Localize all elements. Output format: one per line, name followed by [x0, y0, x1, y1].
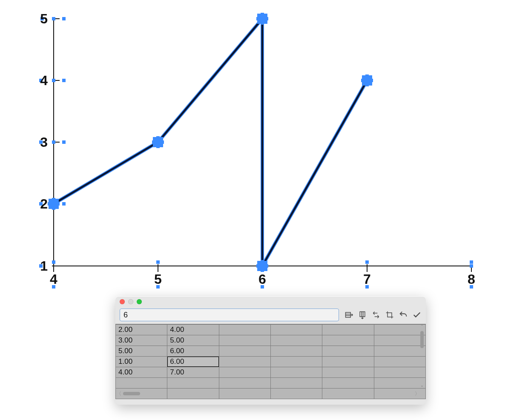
table-cell[interactable]: 7.00 [167, 367, 219, 378]
svg-rect-31 [470, 260, 473, 264]
table-cell[interactable] [374, 357, 425, 367]
confirm-icon[interactable] [412, 310, 422, 320]
table-cell[interactable] [322, 335, 374, 346]
insert-row-icon[interactable] [344, 310, 353, 320]
scroll-right-icon[interactable]: 〉 [415, 391, 420, 396]
y-tick-5[interactable]: 5 [40, 11, 48, 27]
y-tick-4[interactable]: 4 [40, 73, 48, 89]
table-cell[interactable] [270, 346, 322, 357]
window-close-button[interactable] [120, 299, 125, 304]
table-cell[interactable] [322, 367, 374, 378]
data-polyline-inner [54, 19, 367, 266]
table-cell[interactable] [270, 335, 322, 346]
table-cell[interactable] [167, 378, 219, 389]
horizontal-scrollbar[interactable]: 〈 〉 [116, 391, 420, 397]
svg-rect-14 [52, 79, 55, 82]
svg-rect-12 [62, 17, 66, 20]
table-row[interactable]: 2.004.00 [116, 325, 426, 335]
table-cell[interactable] [374, 325, 425, 335]
window-titlebar[interactable] [115, 297, 426, 307]
table-cell[interactable]: 6.00 [167, 357, 219, 367]
table-cell[interactable] [116, 378, 167, 389]
table-cell[interactable] [322, 346, 374, 357]
table-cell[interactable] [374, 378, 425, 389]
scroll-thumb-h[interactable] [123, 392, 140, 395]
table-cell[interactable] [219, 367, 270, 378]
vertical-scrollbar[interactable]: ˄ ˅ [419, 324, 425, 391]
table-cell[interactable] [219, 325, 270, 335]
svg-rect-23 [52, 260, 55, 264]
window-zoom-button[interactable] [137, 299, 142, 304]
point-6-5 [256, 13, 268, 25]
chart-canvas[interactable]: 5 4 3 2 1 4 5 6 7 8 [0, 0, 511, 298]
undo-icon[interactable] [399, 310, 408, 320]
table-cell[interactable]: 5.00 [116, 346, 167, 357]
table-cell[interactable] [270, 357, 322, 367]
table-cell[interactable]: 6.00 [167, 346, 219, 357]
svg-rect-42 [256, 17, 268, 20]
table-row[interactable]: 5.006.00 [116, 346, 426, 357]
data-grid[interactable]: 2.004.003.005.005.006.001.006.004.007.00 [115, 324, 426, 399]
table-cell[interactable]: 4.00 [167, 325, 219, 335]
table-cell[interactable] [219, 335, 270, 346]
x-tick-4[interactable]: 4 [50, 271, 57, 287]
table-cell[interactable] [219, 378, 270, 389]
y-tick-1[interactable]: 1 [40, 258, 48, 274]
formula-input[interactable] [120, 309, 339, 321]
table-cell[interactable]: 3.00 [116, 335, 167, 346]
table-cell[interactable]: 4.00 [116, 367, 167, 378]
svg-rect-11 [52, 17, 55, 20]
point-7-4 [361, 74, 373, 86]
x-tick-6[interactable]: 6 [258, 271, 266, 287]
scroll-left-icon[interactable]: 〈 [116, 391, 121, 396]
table-cell[interactable]: 1.00 [116, 357, 167, 367]
chart-svg[interactable] [0, 0, 511, 298]
crop-icon[interactable] [385, 310, 394, 320]
x-tick-7[interactable]: 7 [363, 271, 371, 287]
data-polyline[interactable] [54, 19, 367, 266]
swap-xy-icon[interactable] [371, 310, 381, 320]
point-5-3 [152, 136, 164, 148]
table-cell[interactable] [270, 325, 322, 335]
table-cell[interactable]: 2.00 [116, 325, 167, 335]
table-cell[interactable] [219, 346, 270, 357]
table-cell[interactable] [322, 325, 374, 335]
svg-rect-39 [152, 140, 164, 144]
table-cell[interactable] [270, 378, 322, 389]
scroll-up-icon[interactable]: ˄ [421, 324, 423, 329]
svg-rect-45 [256, 264, 268, 268]
svg-rect-29 [365, 260, 369, 264]
data-points[interactable] [48, 13, 373, 272]
x-tick-8[interactable]: 8 [468, 271, 475, 287]
table-cell[interactable]: 5.00 [167, 335, 219, 346]
y-tick-2[interactable]: 2 [40, 196, 48, 212]
table-cell[interactable] [374, 335, 425, 346]
x-tick-5[interactable]: 5 [154, 271, 162, 287]
svg-rect-36 [48, 202, 60, 206]
point-6-1 [256, 260, 268, 272]
table-cell[interactable] [374, 346, 425, 357]
table-row[interactable] [116, 378, 426, 389]
handles[interactable] [39, 17, 473, 289]
svg-rect-50 [360, 312, 365, 317]
table-cell[interactable] [374, 367, 425, 378]
table-cell[interactable] [219, 357, 270, 367]
svg-rect-25 [156, 260, 160, 264]
svg-rect-48 [361, 79, 373, 82]
table-cell[interactable] [322, 378, 374, 389]
table-cell[interactable] [322, 357, 374, 367]
scroll-down-icon[interactable]: ˅ [421, 386, 423, 391]
window-minimize-button[interactable] [128, 299, 133, 304]
point-4-2 [48, 198, 60, 210]
svg-rect-21 [62, 202, 66, 206]
svg-rect-15 [62, 79, 66, 82]
y-tick-3[interactable]: 3 [40, 134, 48, 150]
table-row[interactable]: 1.006.00 [116, 357, 426, 367]
table-row[interactable]: 3.005.00 [116, 335, 426, 346]
svg-rect-18 [62, 140, 66, 144]
data-window[interactable]: 2.004.003.005.005.006.001.006.004.007.00… [115, 296, 426, 405]
table-cell[interactable] [270, 367, 322, 378]
scroll-thumb[interactable] [420, 331, 424, 348]
insert-column-icon[interactable] [358, 310, 367, 320]
table-row[interactable]: 4.007.00 [116, 367, 426, 378]
